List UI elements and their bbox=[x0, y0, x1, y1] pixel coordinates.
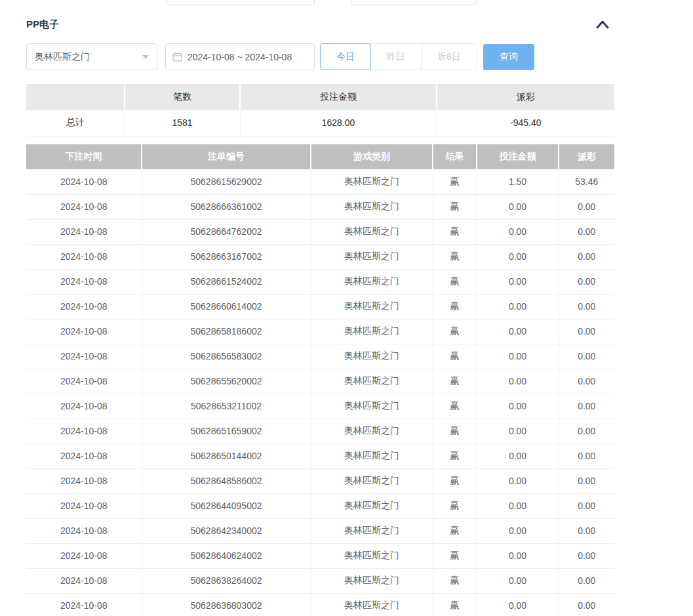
summary-header-bet-amount: 投注金额 bbox=[240, 84, 437, 110]
cell-result: 赢 bbox=[433, 468, 477, 493]
cell-payout: 0.00 bbox=[559, 269, 614, 294]
table-row: 2024-10-0850628651659002奥林匹斯之门赢0.000.00 bbox=[26, 419, 614, 443]
cell-bet-amount: 0.00 bbox=[477, 319, 559, 344]
table-row: 2024-10-0850628661524002奥林匹斯之门赢0.000.00 bbox=[26, 269, 614, 294]
query-button[interactable]: 查询 bbox=[483, 44, 534, 70]
cell-game-type: 奥林匹斯之门 bbox=[311, 344, 433, 369]
header-bet-no: 注单编号 bbox=[142, 144, 311, 169]
cell-game-type: 奥林匹斯之门 bbox=[311, 169, 433, 194]
last-8-days-button[interactable]: 近8日 bbox=[421, 43, 477, 70]
quick-date-button-group: 今日 昨日 近8日 bbox=[320, 43, 477, 70]
cell-bet-amount: 0.00 bbox=[477, 219, 559, 244]
cell-result: 赢 bbox=[433, 394, 477, 419]
table-row: 2024-10-0850628656583002奥林匹斯之门赢0.000.00 bbox=[26, 344, 614, 369]
cell-bet-time: 2024-10-08 bbox=[26, 219, 142, 244]
table-row: 2024-10-0850628640624002奥林匹斯之门赢0.000.00 bbox=[26, 543, 614, 568]
cell-bet-amount: 0.00 bbox=[477, 568, 559, 593]
bet-table: 下注时间 注单编号 游戏类别 结果 投注金额 派彩 2024-10-085062… bbox=[26, 144, 614, 616]
cell-payout: 0.00 bbox=[559, 369, 614, 394]
summary-total-count: 1581 bbox=[125, 110, 240, 136]
cell-bet-amount: 0.00 bbox=[477, 394, 559, 419]
date-range-input[interactable]: 2024-10-08 ~ 2024-10-08 bbox=[165, 43, 315, 70]
cell-bet-time: 2024-10-08 bbox=[26, 468, 142, 493]
cell-game-type: 奥林匹斯之门 bbox=[311, 194, 433, 219]
cell-payout: 0.00 bbox=[559, 593, 614, 616]
cell-game-type: 奥林匹斯之门 bbox=[311, 319, 433, 344]
cell-bet-no: 50628642340002 bbox=[142, 518, 311, 543]
cell-bet-time: 2024-10-08 bbox=[26, 443, 142, 468]
cell-bet-time: 2024-10-08 bbox=[26, 593, 142, 616]
yesterday-button[interactable]: 昨日 bbox=[370, 43, 422, 70]
cell-bet-no: 50628636803002 bbox=[142, 593, 311, 616]
cell-bet-amount: 0.00 bbox=[477, 244, 559, 269]
cell-bet-no: 50628650144002 bbox=[142, 443, 311, 468]
table-row: 2024-10-0850628653211002奥林匹斯之门赢0.000.00 bbox=[26, 394, 614, 419]
previous-section-input[interactable] bbox=[166, 0, 315, 5]
cell-bet-no: 50628638264002 bbox=[142, 568, 311, 593]
table-row: 2024-10-0850628650144002奥林匹斯之门赢0.000.00 bbox=[26, 443, 614, 468]
cell-result: 赢 bbox=[433, 194, 477, 219]
summary-header-payout: 派彩 bbox=[437, 84, 614, 110]
cell-bet-amount: 0.00 bbox=[477, 294, 559, 319]
cell-payout: 0.00 bbox=[559, 468, 614, 493]
cell-bet-amount: 0.00 bbox=[477, 269, 559, 294]
table-row: 2024-10-0850628648586002奥林匹斯之门赢0.000.00 bbox=[26, 468, 614, 493]
summary-total-payout: -945.40 bbox=[437, 110, 614, 136]
today-button[interactable]: 今日 bbox=[320, 43, 371, 70]
cell-payout: 0.00 bbox=[559, 194, 614, 219]
header-bet-amount: 投注金额 bbox=[477, 144, 559, 169]
cell-payout: 0.00 bbox=[559, 543, 614, 568]
cell-payout: 0.00 bbox=[559, 344, 614, 369]
header-bet-time: 下注时间 bbox=[26, 144, 142, 169]
cell-result: 赢 bbox=[433, 443, 477, 468]
cell-bet-no: 50628648586002 bbox=[142, 468, 311, 493]
cell-game-type: 奥林匹斯之门 bbox=[311, 294, 433, 319]
cell-result: 赢 bbox=[433, 543, 477, 568]
cell-payout: 0.00 bbox=[559, 219, 614, 244]
cell-result: 赢 bbox=[433, 493, 477, 518]
cell-result: 赢 bbox=[433, 419, 477, 443]
cell-payout: 0.00 bbox=[559, 518, 614, 543]
cell-bet-no: 50628660614002 bbox=[142, 294, 311, 319]
previous-section-input[interactable] bbox=[351, 0, 477, 5]
cell-result: 赢 bbox=[433, 244, 477, 269]
cell-bet-no: 50628653211002 bbox=[142, 394, 311, 419]
cell-game-type: 奥林匹斯之门 bbox=[311, 593, 433, 616]
cell-bet-no: 50628655620002 bbox=[142, 369, 311, 394]
chevron-up-icon bbox=[595, 20, 610, 29]
cell-game-type: 奥林匹斯之门 bbox=[311, 369, 433, 394]
cell-game-type: 奥林匹斯之门 bbox=[311, 518, 433, 543]
cell-bet-no: 50628644095002 bbox=[142, 493, 311, 518]
game-select[interactable]: 奥林匹斯之门 bbox=[26, 43, 157, 70]
cell-bet-time: 2024-10-08 bbox=[26, 419, 142, 443]
summary-total-row: 总计 1581 1628.00 -945.40 bbox=[26, 110, 614, 136]
summary-header-row: 笔数 投注金额 派彩 bbox=[26, 84, 614, 110]
cell-payout: 0.00 bbox=[559, 568, 614, 593]
table-row: 2024-10-0850628636803002奥林匹斯之门赢0.000.00 bbox=[26, 593, 614, 616]
table-row: 2024-10-0850628642340002奥林匹斯之门赢0.000.00 bbox=[26, 518, 614, 543]
cell-game-type: 奥林匹斯之门 bbox=[311, 443, 433, 468]
cell-bet-time: 2024-10-08 bbox=[26, 394, 142, 419]
cell-result: 赢 bbox=[433, 593, 477, 616]
cell-bet-amount: 0.00 bbox=[477, 493, 559, 518]
cell-result: 赢 bbox=[433, 269, 477, 294]
cell-payout: 0.00 bbox=[559, 443, 614, 468]
table-row: 2024-10-0850628664762002奥林匹斯之门赢0.000.00 bbox=[26, 219, 614, 244]
cell-payout: 0.00 bbox=[559, 244, 614, 269]
cell-bet-time: 2024-10-08 bbox=[26, 244, 142, 269]
cell-bet-amount: 0.00 bbox=[477, 468, 559, 493]
cell-payout: 0.00 bbox=[559, 493, 614, 518]
collapse-section-button[interactable] bbox=[594, 17, 611, 31]
cell-result: 赢 bbox=[433, 369, 477, 394]
bet-table-header-row: 下注时间 注单编号 游戏类别 结果 投注金额 派彩 bbox=[26, 144, 614, 169]
cell-bet-no: 50628666361002 bbox=[142, 194, 311, 219]
cell-bet-amount: 0.00 bbox=[477, 543, 559, 568]
cell-bet-time: 2024-10-08 bbox=[26, 169, 142, 194]
cell-bet-no: 50628663167002 bbox=[142, 244, 311, 269]
cell-game-type: 奥林匹斯之门 bbox=[311, 419, 433, 443]
cell-result: 赢 bbox=[433, 294, 477, 319]
page-title: PP电子 bbox=[26, 18, 59, 31]
cell-bet-amount: 0.00 bbox=[477, 593, 559, 616]
cell-result: 赢 bbox=[433, 319, 477, 344]
cell-bet-amount: 0.00 bbox=[477, 194, 559, 219]
